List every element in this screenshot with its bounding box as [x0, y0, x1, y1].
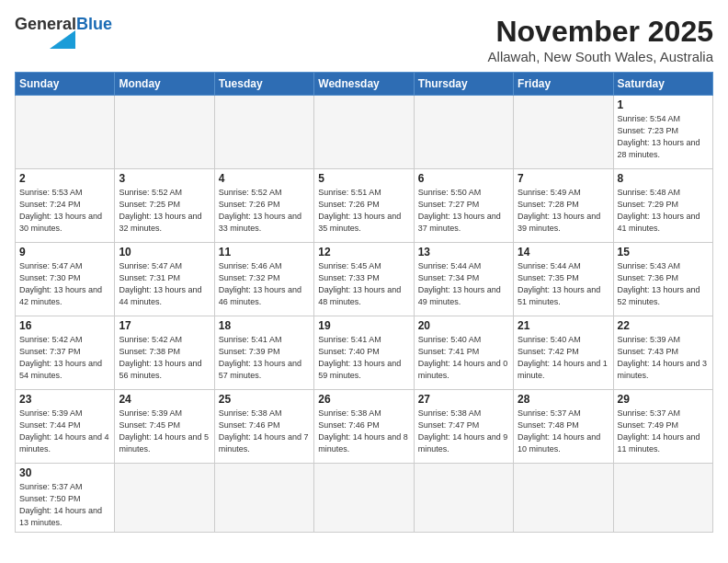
calendar-cell [613, 464, 712, 533]
day-info: Sunrise: 5:41 AM Sunset: 7:39 PM Dayligh… [219, 334, 310, 382]
day-number: 8 [618, 172, 709, 185]
day-info: Sunrise: 5:38 AM Sunset: 7:46 PM Dayligh… [219, 408, 310, 455]
day-number: 17 [119, 319, 210, 332]
day-number: 14 [518, 246, 609, 259]
calendar-cell [314, 96, 414, 169]
day-info: Sunrise: 5:51 AM Sunset: 7:26 PM Dayligh… [318, 187, 409, 235]
calendar-cell: 30Sunrise: 5:37 AM Sunset: 7:50 PM Dayli… [16, 464, 115, 533]
day-number: 12 [318, 246, 409, 259]
calendar-cell [214, 464, 313, 533]
day-info: Sunrise: 5:43 AM Sunset: 7:36 PM Dayligh… [618, 260, 709, 308]
calendar-cell [214, 96, 313, 169]
calendar-cell: 28Sunrise: 5:37 AM Sunset: 7:48 PM Dayli… [514, 390, 613, 464]
day-info: Sunrise: 5:47 AM Sunset: 7:31 PM Dayligh… [119, 260, 210, 308]
day-info: Sunrise: 5:41 AM Sunset: 7:40 PM Dayligh… [318, 334, 409, 382]
calendar-week-row: 9Sunrise: 5:47 AM Sunset: 7:30 PM Daylig… [16, 243, 713, 316]
day-number: 21 [518, 319, 609, 332]
calendar-cell: 12Sunrise: 5:45 AM Sunset: 7:33 PM Dayli… [314, 243, 414, 316]
calendar-cell [414, 464, 513, 533]
day-info: Sunrise: 5:49 AM Sunset: 7:28 PM Dayligh… [518, 187, 609, 235]
day-info: Sunrise: 5:39 AM Sunset: 7:45 PM Dayligh… [119, 408, 210, 455]
calendar-cell [514, 96, 613, 169]
day-info: Sunrise: 5:40 AM Sunset: 7:41 PM Dayligh… [418, 334, 509, 382]
calendar-cell [414, 96, 513, 169]
calendar-cell: 5Sunrise: 5:51 AM Sunset: 7:26 PM Daylig… [314, 169, 414, 243]
weekday-header-tuesday: Tuesday [214, 73, 313, 96]
calendar-cell: 1Sunrise: 5:54 AM Sunset: 7:23 PM Daylig… [613, 96, 712, 169]
calendar-cell [16, 96, 115, 169]
day-info: Sunrise: 5:42 AM Sunset: 7:37 PM Dayligh… [19, 334, 110, 382]
calendar-cell: 8Sunrise: 5:48 AM Sunset: 7:29 PM Daylig… [613, 169, 712, 243]
calendar-cell [314, 464, 414, 533]
calendar-cell: 14Sunrise: 5:44 AM Sunset: 7:35 PM Dayli… [514, 243, 613, 316]
day-info: Sunrise: 5:48 AM Sunset: 7:29 PM Dayligh… [618, 187, 709, 235]
day-info: Sunrise: 5:53 AM Sunset: 7:24 PM Dayligh… [19, 187, 110, 235]
day-number: 25 [219, 393, 310, 406]
calendar-cell [115, 96, 214, 169]
calendar-table: SundayMondayTuesdayWednesdayThursdayFrid… [15, 72, 713, 533]
calendar-cell: 13Sunrise: 5:44 AM Sunset: 7:34 PM Dayli… [414, 243, 513, 316]
day-number: 2 [19, 172, 110, 185]
logo: General Blue [15, 15, 112, 52]
calendar-cell: 9Sunrise: 5:47 AM Sunset: 7:30 PM Daylig… [16, 243, 115, 316]
calendar-week-row: 30Sunrise: 5:37 AM Sunset: 7:50 PM Dayli… [16, 464, 713, 533]
calendar-cell: 7Sunrise: 5:49 AM Sunset: 7:28 PM Daylig… [514, 169, 613, 243]
calendar-cell: 19Sunrise: 5:41 AM Sunset: 7:40 PM Dayli… [314, 316, 414, 390]
day-info: Sunrise: 5:52 AM Sunset: 7:26 PM Dayligh… [219, 187, 310, 235]
day-number: 10 [119, 246, 210, 259]
calendar-week-row: 1Sunrise: 5:54 AM Sunset: 7:23 PM Daylig… [16, 96, 713, 169]
weekday-header-saturday: Saturday [613, 73, 712, 96]
day-number: 22 [618, 319, 709, 332]
day-info: Sunrise: 5:37 AM Sunset: 7:49 PM Dayligh… [618, 408, 709, 455]
day-number: 7 [518, 172, 609, 185]
day-info: Sunrise: 5:50 AM Sunset: 7:27 PM Dayligh… [418, 187, 509, 235]
day-info: Sunrise: 5:37 AM Sunset: 7:50 PM Dayligh… [19, 481, 110, 529]
day-number: 24 [119, 393, 210, 406]
location-title: Allawah, New South Wales, Australia [488, 49, 713, 64]
calendar-week-row: 23Sunrise: 5:39 AM Sunset: 7:44 PM Dayli… [16, 390, 713, 464]
calendar-cell: 22Sunrise: 5:39 AM Sunset: 7:43 PM Dayli… [613, 316, 712, 390]
weekday-header-wednesday: Wednesday [314, 73, 414, 96]
day-number: 29 [618, 393, 709, 406]
calendar-cell: 25Sunrise: 5:38 AM Sunset: 7:46 PM Dayli… [214, 390, 313, 464]
weekday-header-friday: Friday [514, 73, 613, 96]
calendar-cell: 2Sunrise: 5:53 AM Sunset: 7:24 PM Daylig… [16, 169, 115, 243]
day-number: 26 [318, 393, 409, 406]
day-number: 11 [219, 246, 310, 259]
day-number: 23 [19, 393, 110, 406]
calendar-cell: 18Sunrise: 5:41 AM Sunset: 7:39 PM Dayli… [214, 316, 313, 390]
calendar-cell: 26Sunrise: 5:38 AM Sunset: 7:46 PM Dayli… [314, 390, 414, 464]
day-info: Sunrise: 5:52 AM Sunset: 7:25 PM Dayligh… [119, 187, 210, 235]
logo-triangle-icon [50, 30, 75, 49]
day-number: 1 [618, 98, 709, 111]
day-number: 20 [418, 319, 509, 332]
day-number: 3 [119, 172, 210, 185]
day-info: Sunrise: 5:37 AM Sunset: 7:48 PM Dayligh… [518, 408, 609, 455]
day-info: Sunrise: 5:39 AM Sunset: 7:43 PM Dayligh… [618, 334, 709, 382]
day-number: 6 [418, 172, 509, 185]
calendar-cell: 21Sunrise: 5:40 AM Sunset: 7:42 PM Dayli… [514, 316, 613, 390]
logo-blue-text: Blue [76, 15, 112, 34]
calendar-cell: 16Sunrise: 5:42 AM Sunset: 7:37 PM Dayli… [16, 316, 115, 390]
day-number: 4 [219, 172, 310, 185]
day-number: 27 [418, 393, 509, 406]
calendar-week-row: 16Sunrise: 5:42 AM Sunset: 7:37 PM Dayli… [16, 316, 713, 390]
day-number: 16 [19, 319, 110, 332]
calendar-cell: 4Sunrise: 5:52 AM Sunset: 7:26 PM Daylig… [214, 169, 313, 243]
calendar-week-row: 2Sunrise: 5:53 AM Sunset: 7:24 PM Daylig… [16, 169, 713, 243]
calendar-cell: 17Sunrise: 5:42 AM Sunset: 7:38 PM Dayli… [115, 316, 214, 390]
calendar-cell: 27Sunrise: 5:38 AM Sunset: 7:47 PM Dayli… [414, 390, 513, 464]
calendar-cell: 24Sunrise: 5:39 AM Sunset: 7:45 PM Dayli… [115, 390, 214, 464]
day-info: Sunrise: 5:44 AM Sunset: 7:34 PM Dayligh… [418, 260, 509, 308]
calendar-cell: 10Sunrise: 5:47 AM Sunset: 7:31 PM Dayli… [115, 243, 214, 316]
day-info: Sunrise: 5:46 AM Sunset: 7:32 PM Dayligh… [219, 260, 310, 308]
day-info: Sunrise: 5:47 AM Sunset: 7:30 PM Dayligh… [19, 260, 110, 308]
day-number: 28 [518, 393, 609, 406]
day-info: Sunrise: 5:45 AM Sunset: 7:33 PM Dayligh… [318, 260, 409, 308]
svg-marker-0 [50, 30, 75, 49]
day-info: Sunrise: 5:44 AM Sunset: 7:35 PM Dayligh… [518, 260, 609, 308]
day-number: 9 [19, 246, 110, 259]
day-info: Sunrise: 5:54 AM Sunset: 7:23 PM Dayligh… [618, 113, 709, 161]
day-number: 30 [19, 466, 110, 479]
calendar-cell: 15Sunrise: 5:43 AM Sunset: 7:36 PM Dayli… [613, 243, 712, 316]
